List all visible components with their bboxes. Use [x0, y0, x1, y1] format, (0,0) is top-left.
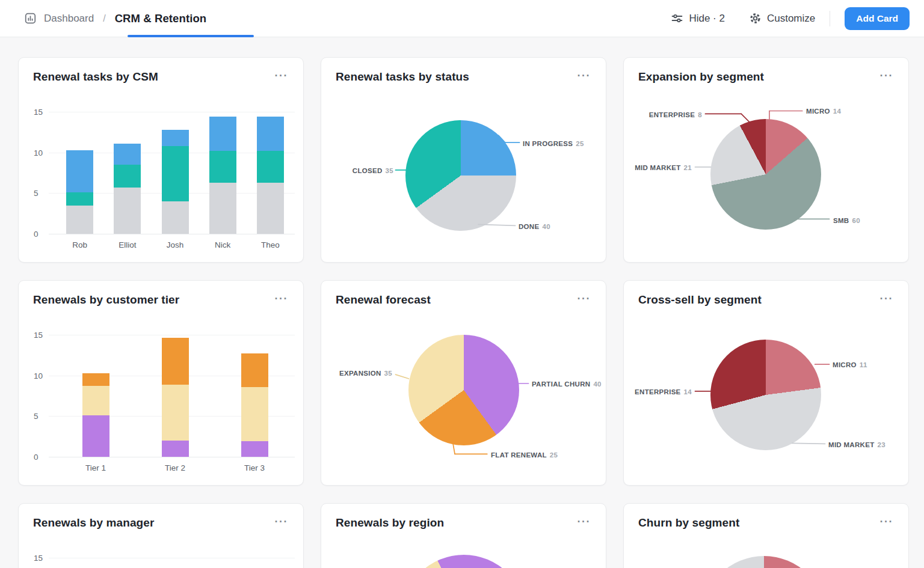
card-renewal-tasks-by-csm: Renewal tasks by CSM···051015RobElliotJo… — [18, 57, 304, 263]
bar-segment[interactable] — [209, 151, 236, 183]
bar-segment[interactable] — [114, 144, 141, 165]
card-grid: Renewal tasks by CSM···051015RobElliotJo… — [0, 37, 924, 568]
bar-segment[interactable] — [257, 151, 284, 183]
pie-slice-label-value: 40 — [593, 380, 601, 388]
bar-segment[interactable] — [257, 183, 284, 234]
bar-segment[interactable] — [162, 146, 189, 201]
customize-button-label: Customize — [767, 13, 815, 25]
hide-button-label: Hide · 2 — [689, 13, 725, 25]
pie-slice-label: MICRO14 — [806, 108, 841, 115]
breadcrumb-current-tab[interactable]: CRM & Retention — [115, 12, 207, 25]
card-menu-button[interactable]: ··· — [273, 70, 290, 81]
bar-segment[interactable] — [241, 387, 268, 442]
breadcrumb-dashboard[interactable]: Dashboard — [44, 13, 94, 25]
pie-slice-label-value: 25 — [550, 451, 558, 459]
card-renewals-by-customer-tier: Renewals by customer tier···051015Tier 1… — [18, 280, 304, 486]
pie-slice-label: ENTERPRISE14 — [635, 388, 692, 395]
stacked-bar-chart-area: 051015RobElliotJoshNickTheo — [19, 58, 303, 262]
bar-segment[interactable] — [66, 150, 93, 192]
pie-slice-label-value: 21 — [684, 164, 692, 171]
bar-segment[interactable] — [257, 117, 284, 151]
bar-segment[interactable] — [162, 130, 189, 146]
x-axis-label: Theo — [261, 240, 280, 249]
stacked-bar-chart-area: 051015Tier 1Tier 2Tier 3 — [19, 281, 303, 485]
bar-segment[interactable] — [162, 441, 189, 457]
bar-segment[interactable] — [241, 353, 268, 386]
card-menu-button[interactable]: ··· — [576, 293, 593, 304]
bar-segment[interactable] — [82, 415, 109, 457]
card-title: Cross-sell by segment — [638, 293, 762, 307]
card-title: Renewal forecast — [336, 293, 431, 307]
card-header: Renewal tasks by status··· — [321, 58, 606, 84]
bar-segment[interactable] — [114, 188, 141, 234]
y-axis-tick: 0 — [34, 230, 38, 239]
bar-segment[interactable] — [209, 117, 236, 151]
card-menu-button[interactable]: ··· — [878, 516, 895, 527]
pie-slice-label-value: 60 — [852, 217, 860, 224]
bar-segment[interactable] — [82, 373, 109, 386]
pie-slice-label-text: MID MARKET — [635, 164, 680, 171]
grid-line — [49, 457, 295, 457]
x-axis-label: Tier 1 — [85, 463, 106, 472]
card-menu-button[interactable]: ··· — [273, 293, 290, 304]
bar-segment[interactable] — [209, 183, 236, 234]
pie-chart-area: MICRO14SMB60MID MARKET21ENTERPRISE8 — [624, 58, 908, 262]
pie-chart[interactable] — [710, 340, 821, 450]
card-header: Expansion by segment··· — [624, 58, 908, 84]
pie-slice-label: MID MARKET23 — [828, 441, 886, 448]
bar-segment[interactable] — [162, 385, 189, 441]
y-axis-tick: 5 — [34, 189, 38, 198]
bar-segment[interactable] — [66, 192, 93, 206]
bar-segment[interactable] — [82, 386, 109, 415]
card-renewal-tasks-by-status: Renewal tasks by status···IN PROGRESS25D… — [321, 57, 606, 263]
y-axis-tick: 0 — [34, 453, 38, 462]
pie-chart[interactable] — [710, 119, 821, 230]
y-axis-tick: 5 — [34, 412, 38, 421]
x-axis-label: Tier 3 — [244, 463, 265, 472]
bar-segment[interactable] — [162, 201, 189, 234]
x-axis-label: Josh — [167, 240, 184, 249]
pie-slice-label: PARTIAL CHURN40 — [532, 380, 602, 388]
grid-line — [49, 234, 295, 234]
gear-icon — [749, 12, 762, 25]
card-header: Renewals by customer tier··· — [19, 281, 303, 307]
pie-slice-label-text: DONE — [519, 223, 539, 230]
pie-slice-label: IN PROGRESS25 — [523, 140, 584, 147]
customize-button[interactable]: Customize — [749, 12, 815, 25]
bar-segment[interactable] — [241, 441, 268, 457]
bar-segment[interactable] — [114, 165, 141, 188]
pie-slice-label: MID MARKET21 — [635, 164, 692, 171]
pie-chart[interactable] — [702, 556, 826, 568]
pie-slice-label-text: PARTIAL CHURN — [532, 380, 590, 388]
pie-slice-label: DONE40 — [519, 223, 550, 230]
pie-chart[interactable] — [402, 555, 526, 568]
pie-slice-label-text: IN PROGRESS — [523, 140, 573, 147]
card-title: Renewals by manager — [33, 516, 154, 530]
dashboard-icon — [24, 12, 37, 25]
pie-chart-area: MICRO11MID MARKET23ENTERPRISE14 — [624, 281, 908, 485]
pie-chart[interactable] — [408, 335, 519, 445]
card-header: Renewals by region··· — [321, 504, 606, 530]
card-title: Renewals by customer tier — [33, 293, 179, 307]
y-axis-tick: 15 — [34, 554, 43, 563]
pie-chart[interactable] — [405, 120, 516, 231]
card-title: Expansion by segment — [638, 70, 764, 84]
bar-segment[interactable] — [162, 338, 189, 384]
pie-chart-area: IN PROGRESS25DONE40CLOSED35 — [321, 58, 606, 262]
card-menu-button[interactable]: ··· — [576, 70, 593, 81]
pie-slice-label: EXPANSION35 — [339, 370, 392, 377]
bar-segment[interactable] — [66, 206, 93, 234]
grid-line — [49, 112, 295, 112]
card-menu-button[interactable]: ··· — [878, 70, 895, 81]
x-axis-label: Rob — [72, 240, 87, 249]
card-menu-button[interactable]: ··· — [576, 516, 593, 527]
x-axis-label: Elliot — [119, 240, 136, 249]
pie-slice-label-text: MICRO — [806, 108, 830, 115]
hide-button[interactable]: Hide · 2 — [671, 12, 725, 25]
card-menu-button[interactable]: ··· — [878, 293, 895, 304]
card-menu-button[interactable]: ··· — [273, 516, 290, 527]
card-renewal-forecast: Renewal forecast···PARTIAL CHURN40FLAT R… — [321, 280, 606, 486]
pie-slice-label: SMB60 — [833, 217, 860, 224]
card-header: Renewals by manager··· — [19, 504, 303, 530]
add-card-button[interactable]: Add Card — [845, 7, 910, 30]
